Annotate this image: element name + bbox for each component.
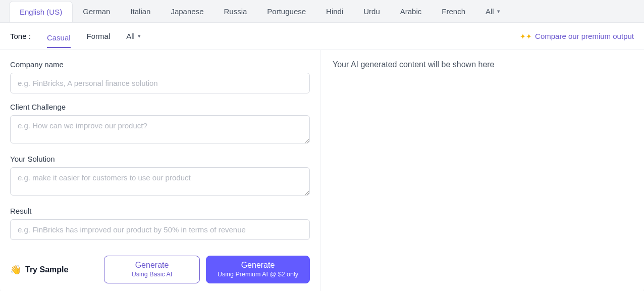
lang-tab-portuguese[interactable]: Portuguese — [257, 1, 316, 22]
compare-premium-link[interactable]: ✦✦ Compare our premium output — [520, 32, 634, 40]
lang-tab-all[interactable]: All ▾ — [475, 1, 510, 22]
try-sample-button[interactable]: 👋 Try Sample — [10, 264, 68, 275]
lang-tab-arabic[interactable]: Arabic — [390, 1, 432, 22]
tone-bar: Tone : Casual Formal All ▾ ✦✦ Compare ou… — [0, 23, 644, 50]
generate-basic-title: Generate — [116, 260, 188, 270]
lang-tab-russia[interactable]: Russia — [213, 1, 257, 22]
client-challenge-label: Client Challenge — [10, 103, 310, 111]
sparkle-icon: ✦✦ — [520, 32, 532, 40]
generate-premium-button[interactable]: Generate Using Premium AI @ $2 only — [206, 256, 310, 283]
your-solution-input[interactable] — [10, 167, 310, 196]
wave-icon: 👋 — [10, 264, 21, 275]
tone-option-casual[interactable]: Casual — [47, 30, 71, 48]
company-name-label: Company name — [10, 60, 310, 69]
lang-tab-all-label: All — [486, 7, 494, 16]
tone-option-formal[interactable]: Formal — [87, 29, 111, 43]
form-panel: Company name Client Challenge Your Solut… — [0, 50, 320, 291]
chevron-down-icon: ▾ — [138, 33, 141, 39]
lang-tab-japanese[interactable]: Japanese — [160, 1, 213, 22]
tone-option-all[interactable]: All ▾ — [126, 29, 141, 43]
client-challenge-input[interactable] — [10, 115, 310, 143]
compare-premium-label: Compare our premium output — [535, 32, 634, 40]
lang-tab-english[interactable]: English (US) — [9, 1, 73, 22]
output-panel: Your AI generated content will be shown … — [320, 50, 644, 291]
lang-tab-urdu[interactable]: Urdu — [353, 1, 390, 22]
result-label: Result — [10, 207, 310, 215]
result-input[interactable] — [10, 219, 310, 240]
lang-tab-french[interactable]: French — [432, 1, 475, 22]
tone-label: Tone : — [10, 32, 31, 40]
generate-basic-button[interactable]: Generate Using Basic AI — [104, 256, 200, 283]
tone-option-all-label: All — [126, 32, 135, 40]
company-name-input[interactable] — [10, 73, 310, 93]
output-placeholder: Your AI generated content will be shown … — [333, 60, 632, 69]
chevron-down-icon: ▾ — [497, 8, 500, 15]
lang-tab-italian[interactable]: Italian — [120, 1, 160, 22]
lang-tab-german[interactable]: German — [73, 1, 120, 22]
try-sample-label: Try Sample — [25, 265, 68, 274]
your-solution-label: Your Solution — [10, 155, 310, 163]
language-tabs: English (US) German Italian Japanese Rus… — [0, 0, 644, 23]
lang-tab-hindi[interactable]: Hindi — [316, 1, 353, 22]
generate-basic-sub: Using Basic AI — [116, 271, 188, 279]
generate-premium-title: Generate — [218, 260, 298, 270]
generate-premium-sub: Using Premium AI @ $2 only — [218, 271, 298, 279]
